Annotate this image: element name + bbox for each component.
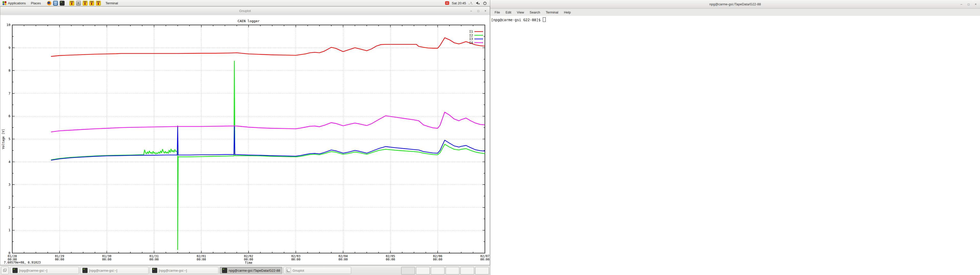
grid [12, 25, 485, 253]
camera-launcher-icon[interactable] [76, 1, 81, 6]
panel-clock[interactable]: Sat 20:45 [452, 1, 466, 5]
menu-help[interactable]: Help [561, 9, 574, 16]
firefox-launcher-icon[interactable] [47, 1, 51, 5]
gnuplot-plot-canvas[interactable]: 01/2800:0001/2900:0001/3000:0001/3100:00… [0, 15, 490, 265]
svg-text:4: 4 [8, 160, 11, 164]
terminal-window-controls: –□× [959, 0, 977, 8]
taskbar-button[interactable]: [npg@carme-gsi:~] [10, 267, 79, 274]
x-axis-label: Time [245, 261, 252, 265]
power-icon[interactable] [483, 1, 487, 5]
maximize-button[interactable]: □ [967, 3, 970, 6]
axis-tick-labels: 01/2800:0001/2900:0001/3000:0001/3100:00… [6, 23, 490, 261]
workspace-cell[interactable] [401, 267, 415, 275]
network-status-icon[interactable]: ? [469, 1, 473, 5]
svg-text:00:00: 00:00 [55, 258, 64, 261]
svg-text:00:00: 00:00 [244, 258, 253, 261]
gnuplot-icon [286, 268, 291, 273]
taskbar-button[interactable]: npg@carme-gsi:/TapeData/G22-88 [220, 267, 282, 274]
gnuplot-window-controls: –□× [469, 6, 487, 15]
svg-text:?: ? [470, 2, 472, 5]
svg-text:00:00: 00:00 [291, 258, 301, 261]
svg-text:00:00: 00:00 [150, 258, 159, 261]
distributor-logo-icon [3, 1, 6, 5]
terminal-icon [13, 268, 18, 273]
notification-icon[interactable] [445, 1, 449, 5]
svg-text:8: 8 [8, 68, 11, 72]
places-menu[interactable]: Places [28, 0, 43, 6]
taskbar-button-label: Gnuplot [293, 269, 304, 272]
workspace-cell[interactable] [445, 267, 460, 275]
svg-text:00:00: 00:00 [197, 258, 206, 261]
chart-canvas: 01/2800:0001/2900:0001/3000:0001/3100:00… [0, 15, 490, 266]
taskbar-button[interactable]: Gnuplot [283, 267, 351, 274]
applications-menu[interactable]: Applications [0, 0, 28, 6]
workspace-cell[interactable] [460, 267, 474, 275]
svg-text:00:00: 00:00 [386, 258, 395, 261]
svg-text:02/02: 02/02 [244, 254, 253, 258]
minimize-button[interactable]: – [469, 9, 473, 13]
close-button[interactable]: × [974, 3, 977, 6]
taskbar-button-label: [npg@carme-gsi:~] [159, 269, 187, 272]
window-list-taskbar: [npg@carme-gsi:~][npg@carme-gsi:~][npg@c… [0, 266, 490, 275]
series-I1 [51, 38, 485, 56]
applications-menu-label: Applications [8, 1, 26, 5]
volume-muted-icon[interactable] [476, 1, 480, 5]
menu-file[interactable]: File [492, 9, 503, 16]
coordinate-readout: 7.60579e+08, 6.91023 [4, 261, 41, 264]
workspace-cell[interactable] [431, 267, 445, 275]
workspace-cell[interactable] [416, 267, 430, 275]
gnuplot-titlebar[interactable]: Gnuplot –□× [0, 6, 490, 15]
desktop: Applications Places Terminal Sat 20:45 [0, 0, 980, 275]
maximize-button[interactable]: □ [476, 9, 480, 13]
taskbar-button[interactable]: [npg@carme-gsi:~] [150, 267, 218, 274]
svg-text:7: 7 [8, 92, 11, 95]
svg-text:00:00: 00:00 [339, 258, 348, 261]
top-panel: Applications Places Terminal Sat 20:45 [0, 0, 490, 6]
taskbar-buttons: [npg@carme-gsi:~][npg@carme-gsi:~][npg@c… [10, 267, 352, 274]
svg-text:I3: I3 [469, 37, 473, 41]
file-manager-launcher-icon[interactable] [53, 1, 58, 6]
menu-terminal[interactable]: Terminal [543, 9, 561, 16]
terminal-launcher-icon[interactable] [60, 1, 65, 6]
close-button[interactable]: × [484, 9, 487, 13]
svg-text:00:00: 00:00 [433, 258, 442, 261]
svg-text:00:00: 00:00 [480, 258, 490, 261]
taskbar-button-label: [npg@carme-gsi:~] [89, 269, 117, 272]
svg-text:01/29: 01/29 [55, 254, 64, 258]
svg-text:00:00: 00:00 [102, 258, 111, 261]
panel-status-area: Sat 20:45 ? [445, 1, 490, 5]
workspace-cell[interactable] [475, 267, 489, 275]
terminal-content[interactable]: [npg@carme-gsi G22-88]$ [490, 16, 980, 275]
places-menu-label: Places [31, 1, 41, 5]
series-I4 [51, 112, 485, 132]
show-desktop-button[interactable] [1, 267, 9, 274]
minimize-button[interactable]: – [959, 3, 963, 6]
svg-text:01/28: 01/28 [8, 254, 17, 258]
menu-view[interactable]: View [514, 9, 527, 16]
svg-text:02/05: 02/05 [386, 254, 395, 258]
taskbar-button[interactable]: [npg@carme-gsi:~] [80, 267, 148, 274]
svg-text:02/06: 02/06 [433, 254, 442, 258]
chart-title: CAEN logger [238, 19, 259, 23]
svg-text:01/30: 01/30 [102, 254, 111, 258]
midas-launcher-icon[interactable] [69, 1, 74, 6]
menu-edit[interactable]: Edit [503, 9, 514, 16]
midas-launcher-icon[interactable] [89, 1, 94, 6]
legend: I1I2I3I4 [469, 30, 483, 44]
terminal-titlebar[interactable]: npg@carme-gsi:/TapeData/G22-88 –□× [490, 0, 980, 9]
svg-text:I1: I1 [469, 30, 473, 33]
svg-text:9: 9 [8, 46, 11, 50]
workspace-switcher [401, 267, 489, 275]
midas-launcher-icon[interactable] [96, 1, 101, 6]
menu-search[interactable]: Search [527, 9, 543, 16]
svg-text:5: 5 [8, 137, 11, 141]
svg-text:02/04: 02/04 [339, 254, 348, 258]
svg-text:10: 10 [6, 23, 11, 27]
taskbar-button-label: npg@carme-gsi:/TapeData/G22-88 [229, 269, 280, 272]
midas-launcher-icon[interactable] [83, 1, 88, 6]
shell-prompt: [npg@carme-gsi G22-88]$ [491, 18, 541, 22]
taskbar-button-label: [npg@carme-gsi:~] [19, 269, 47, 272]
terminal-icon [83, 268, 88, 273]
terminal-cursor [543, 17, 546, 22]
svg-text:I4: I4 [469, 41, 473, 44]
